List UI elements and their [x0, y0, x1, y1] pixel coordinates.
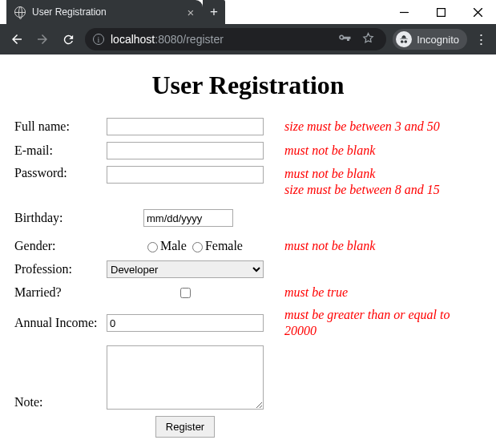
url-text: localhost:8080/register	[111, 33, 224, 46]
fullname-error: size must be between 3 and 50	[284, 119, 440, 135]
page-title: User Registration	[14, 71, 482, 100]
tab-close-icon[interactable]: ×	[185, 6, 196, 18]
new-tab-button[interactable]: +	[203, 0, 225, 24]
income-error: must be greater than or equal to 20000	[284, 307, 482, 339]
note-textarea[interactable]	[107, 345, 264, 410]
reload-button[interactable]	[56, 27, 80, 51]
password-input[interactable]	[107, 166, 264, 184]
window-close-button[interactable]	[459, 0, 496, 24]
income-label: Annual Income:	[14, 316, 107, 330]
site-info-icon[interactable]: i	[93, 34, 104, 45]
browser-toolbar: i localhost:8080/register Incognito ⋮	[0, 24, 496, 54]
svg-rect-1	[437, 8, 445, 16]
note-label: Note:	[14, 395, 107, 410]
gender-error: must not be blank	[284, 238, 375, 254]
password-label: Password:	[14, 166, 107, 180]
back-button[interactable]	[5, 27, 29, 51]
gender-label: Gender:	[14, 239, 107, 253]
incognito-label: Incognito	[417, 34, 459, 46]
browser-menu-button[interactable]: ⋮	[470, 31, 491, 48]
browser-tab[interactable]: User Registration ×	[6, 0, 203, 24]
globe-icon	[14, 6, 26, 18]
window-titlebar: User Registration × +	[0, 0, 496, 24]
window-controls	[385, 0, 496, 24]
fullname-label: Full name:	[14, 119, 107, 134]
gender-male-label: Male	[160, 239, 187, 253]
bookmark-star-icon[interactable]	[361, 31, 375, 47]
birthday-input[interactable]	[143, 209, 233, 227]
email-input[interactable]	[107, 142, 264, 159]
fullname-input[interactable]	[107, 118, 264, 135]
profession-label: Profession:	[14, 262, 107, 276]
gender-female-label: Female	[205, 239, 243, 253]
married-label: Married?	[14, 285, 107, 300]
window-maximize-button[interactable]	[422, 0, 459, 24]
forward-button[interactable]	[30, 27, 54, 51]
gender-male-radio[interactable]	[147, 242, 158, 252]
email-label: E-mail:	[14, 143, 107, 158]
page-content: User Registration Full name: size must b…	[0, 54, 496, 448]
incognito-icon	[396, 31, 412, 47]
password-error: must not be blank size must be between 8…	[284, 166, 440, 198]
window-minimize-button[interactable]	[385, 0, 422, 24]
profession-select[interactable]: Developer	[107, 260, 264, 278]
married-error: must be true	[284, 285, 348, 301]
register-button[interactable]: Register	[155, 416, 215, 438]
tab-title: User Registration	[32, 6, 179, 18]
birthday-label: Birthday:	[14, 211, 107, 225]
email-error: must not be blank	[284, 143, 375, 159]
married-checkbox[interactable]	[180, 288, 191, 298]
password-key-icon[interactable]	[337, 31, 352, 48]
gender-female-radio[interactable]	[192, 242, 203, 252]
income-input[interactable]	[107, 314, 264, 332]
incognito-badge[interactable]: Incognito	[393, 29, 467, 50]
address-bar[interactable]: i localhost:8080/register	[85, 28, 386, 50]
